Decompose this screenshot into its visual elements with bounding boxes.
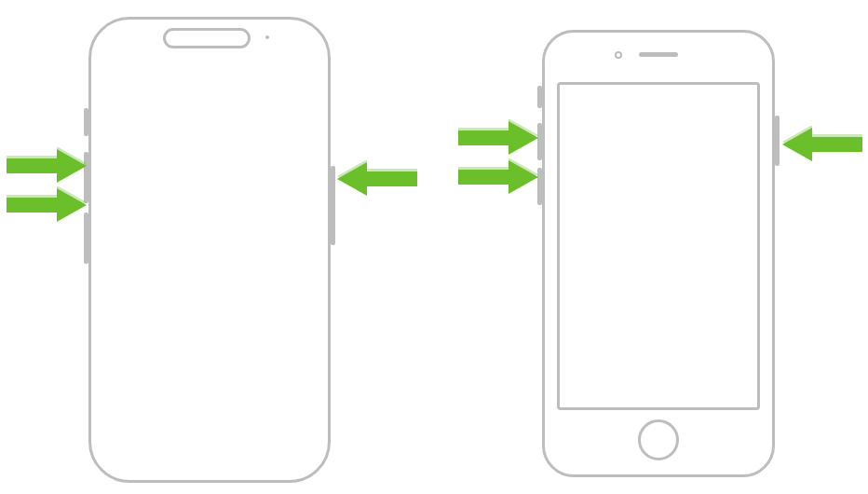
svg-marker-11 [782,128,862,161]
arrow-side-button-icon [780,126,864,163]
svg-marker-0 [7,147,87,180]
svg-marker-10 [782,126,862,158]
front-camera-icon [615,51,622,59]
svg-marker-4 [337,160,417,193]
svg-marker-5 [337,162,417,196]
side-button [331,166,335,245]
iphone-homebutton [542,30,775,477]
dynamic-island [163,28,251,48]
speaker-icon [639,52,678,57]
sensor-dot-icon [265,35,269,39]
side-button [775,116,780,166]
diagram-stage [0,0,868,494]
phone-screen [557,82,760,410]
arrow-volume-up-icon [456,119,540,157]
svg-marker-8 [458,158,538,191]
arrow-volume-down-icon [456,158,540,196]
svg-marker-7 [458,121,538,155]
home-button [638,419,679,460]
arrow-volume-down-icon [5,186,88,224]
svg-marker-3 [7,188,87,222]
svg-marker-1 [7,149,87,183]
phone-frame [88,17,331,483]
svg-marker-9 [458,160,538,194]
svg-marker-2 [7,186,87,219]
arrow-side-button-icon [335,160,419,198]
svg-marker-6 [458,119,538,152]
arrow-volume-up-icon [5,147,88,185]
iphone-faceid [88,17,331,483]
